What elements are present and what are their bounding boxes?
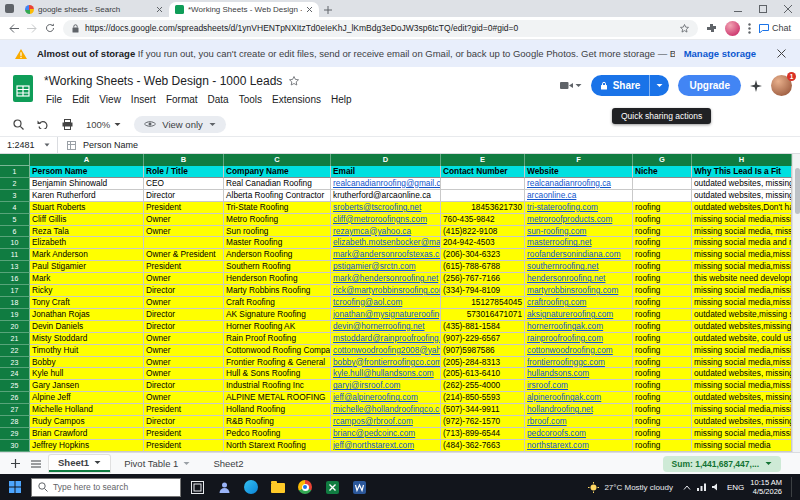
maximize-button[interactable] xyxy=(750,0,775,17)
cell[interactable]: this website need developm xyxy=(692,273,792,285)
cell[interactable]: missing social media,missing xyxy=(692,261,792,273)
name-box[interactable]: 1:2481 xyxy=(0,137,58,153)
star-icon[interactable] xyxy=(289,76,299,86)
cell[interactable]: Owner xyxy=(144,392,224,404)
cell[interactable]: President xyxy=(144,202,224,214)
menu-edit[interactable]: Edit xyxy=(67,93,94,106)
cell[interactable]: Persom Name xyxy=(30,166,144,178)
cell[interactable]: North Starext Roofing xyxy=(224,440,331,452)
column-header-F[interactable]: F xyxy=(525,154,633,166)
cell[interactable]: outdated websites, missing xyxy=(692,368,792,380)
cell[interactable]: southernroofing.net xyxy=(525,261,633,273)
cell[interactable]: outdated websites, missing xyxy=(692,392,792,404)
cell[interactable]: roofing xyxy=(633,392,692,404)
cell[interactable]: (415)822-9108 xyxy=(441,226,525,238)
cell[interactable]: outdated websites,Don't ha xyxy=(692,202,792,214)
cell[interactable]: President xyxy=(144,404,224,416)
cell[interactable]: sun-roofing.com xyxy=(525,226,633,238)
formula-input[interactable]: Person Name xyxy=(83,140,138,150)
cell[interactable]: Director xyxy=(144,380,224,392)
cell[interactable]: missing social media and m xyxy=(692,237,792,249)
cell[interactable]: missing social media,missing xyxy=(692,345,792,357)
cell[interactable]: missing social media,missing xyxy=(692,357,792,369)
workspace-icon[interactable] xyxy=(5,4,14,13)
view-only-chip[interactable]: View only xyxy=(134,116,226,133)
chat-button[interactable]: Chat xyxy=(759,23,791,33)
clock[interactable]: 10:15 AM 4/5/2026 xyxy=(750,478,782,497)
cell[interactable]: (205)-613-6410 xyxy=(441,368,525,380)
people-icon[interactable] xyxy=(213,476,235,498)
menu-format[interactable]: Format xyxy=(161,93,203,106)
cell[interactable]: Website xyxy=(525,166,633,178)
cell[interactable]: roofing xyxy=(633,285,692,297)
cell[interactable]: President xyxy=(144,428,224,440)
cell[interactable]: Owner xyxy=(144,357,224,369)
cell[interactable]: rezaymca@yahoo.ca xyxy=(331,226,441,238)
cell[interactable]: Devin Daniels xyxy=(30,321,144,333)
cell[interactable]: roofing xyxy=(633,226,692,238)
cell[interactable]: roofing xyxy=(633,249,692,261)
cell[interactable]: elizabeth.motsenbocker@masterroofing.net xyxy=(331,237,441,249)
cell[interactable]: roofing xyxy=(633,428,692,440)
sheet-tab-sheet1[interactable]: Sheet1 xyxy=(49,455,110,472)
chevron-up-icon[interactable] xyxy=(683,485,691,490)
cell[interactable] xyxy=(633,178,692,190)
menu-extensions[interactable]: Extensions xyxy=(267,93,326,106)
browser-profile-avatar[interactable] xyxy=(725,21,740,36)
cell[interactable]: outdated website, could us xyxy=(692,333,792,345)
cell[interactable]: Industrial Roofing Inc xyxy=(224,380,331,392)
share-button[interactable]: Share xyxy=(591,75,650,96)
cell[interactable]: Master Roofing xyxy=(224,237,331,249)
row-number[interactable]: 10 xyxy=(0,237,30,249)
cell[interactable]: Frontier Roofing & General xyxy=(224,357,331,369)
row-number[interactable]: 24 xyxy=(0,368,30,380)
cell[interactable]: Tri-State Roofing xyxy=(224,202,331,214)
cell[interactable]: realcanadianroofing@gmail.com xyxy=(331,178,441,190)
taskbar-search[interactable]: Type here to search xyxy=(31,478,181,497)
cell[interactable]: roofing xyxy=(633,309,692,321)
cell[interactable]: hendersonroofing.net xyxy=(525,273,633,285)
cell[interactable]: Misty Stoddard xyxy=(30,333,144,345)
cell[interactable]: tri-stateroofing.com xyxy=(525,202,633,214)
cell[interactable]: (214)-850-5593 xyxy=(441,392,525,404)
cell[interactable]: roofing xyxy=(633,214,692,226)
cell[interactable]: Rudy Campos xyxy=(30,416,144,428)
cell[interactable]: Karen Rutherford xyxy=(30,190,144,202)
cell[interactable]: garyj@irsroof.com xyxy=(331,380,441,392)
close-tab-icon[interactable] xyxy=(156,6,163,13)
vertical-scrollbar[interactable] xyxy=(792,154,800,452)
address-input[interactable]: https://docs.google.com/spreadsheets/d/1… xyxy=(63,20,698,37)
cell[interactable]: Director xyxy=(144,309,224,321)
cell[interactable]: pstigamier@srctn.com xyxy=(331,261,441,273)
cell[interactable]: Jeffrey Hopkins xyxy=(30,440,144,452)
cell[interactable]: Tony Craft xyxy=(30,297,144,309)
row-number[interactable]: 18 xyxy=(0,297,30,309)
cell[interactable]: (334)-794-8109 xyxy=(441,285,525,297)
cell[interactable]: michelle@hollandroofingco.com xyxy=(331,404,441,416)
cell[interactable]: jeff@alpineroofing.com xyxy=(331,392,441,404)
start-button[interactable] xyxy=(4,476,26,498)
row-number[interactable]: 20 xyxy=(0,321,30,333)
cell[interactable]: Craft Roofing xyxy=(224,297,331,309)
close-tab-icon[interactable] xyxy=(306,6,313,13)
cell[interactable]: Niche xyxy=(633,166,692,178)
cell[interactable]: hullandsons.com xyxy=(525,368,633,380)
close-window-button[interactable] xyxy=(775,0,800,17)
cell[interactable]: R&B Roofing xyxy=(224,416,331,428)
cell[interactable]: missing social media xyxy=(692,440,792,452)
refresh-icon[interactable] xyxy=(45,23,55,33)
cell[interactable]: (907)-229-6567 xyxy=(441,333,525,345)
cell[interactable]: roofing xyxy=(633,333,692,345)
cell[interactable]: Ricky xyxy=(30,285,144,297)
cell[interactable]: AK Signature Roofing xyxy=(224,309,331,321)
cell[interactable]: missing social media,missing xyxy=(692,428,792,440)
cell[interactable]: Brian Crawford xyxy=(30,428,144,440)
cell[interactable]: Metro Roofing xyxy=(224,214,331,226)
forward-icon[interactable] xyxy=(27,24,37,33)
row-number[interactable]: 11 xyxy=(0,249,30,261)
cell[interactable]: roofandersonindiana.com xyxy=(525,249,633,261)
column-header-A[interactable]: A xyxy=(30,154,144,166)
cell[interactable]: roofing xyxy=(633,416,692,428)
cell[interactable]: northstarext.com xyxy=(525,440,633,452)
cell[interactable]: (205)-284-8313 xyxy=(441,357,525,369)
